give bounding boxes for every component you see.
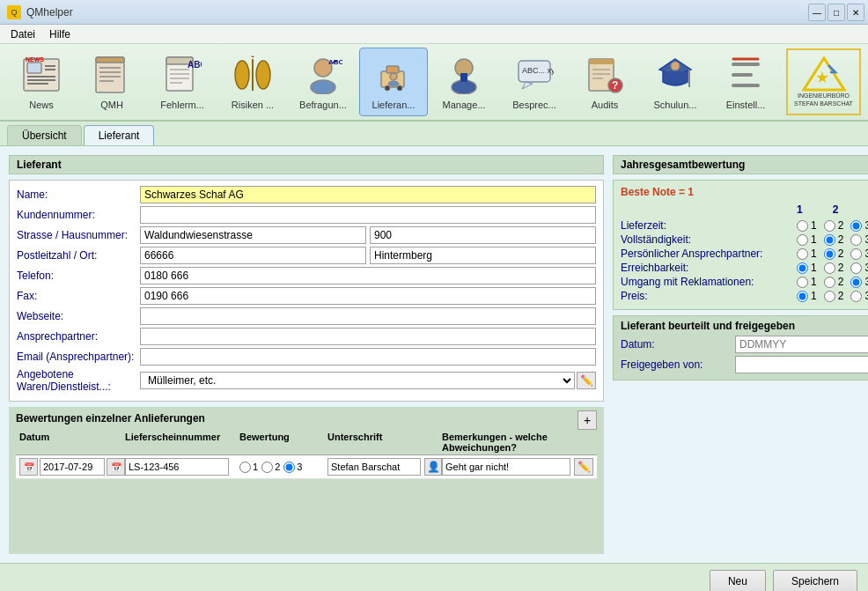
- besprechung-icon: ABC... xyz...: [513, 54, 555, 96]
- close-button[interactable]: ✕: [847, 4, 864, 21]
- freig-von-input[interactable]: [735, 356, 868, 373]
- toolbar-lieferant-label: Lieferan...: [372, 100, 416, 110]
- ansprechpartner-rating-label: Persönlicher Ansprechpartner:: [621, 247, 797, 260]
- datum-input[interactable]: [40, 458, 105, 476]
- col-unt-header: Unterschrift: [327, 432, 442, 453]
- toolbar-besprechung[interactable]: ABC... xyz... Besprec...: [500, 48, 569, 116]
- bew-radio-1[interactable]: [239, 462, 251, 473]
- vollstandigkeit-r3[interactable]: 3: [850, 233, 868, 246]
- bew-radio-3[interactable]: [283, 462, 295, 473]
- preis-r2[interactable]: 2: [824, 290, 844, 302]
- toolbar-schulung-label: Schulun...: [654, 100, 697, 110]
- toolbar-audits-label: Audits: [592, 100, 619, 110]
- plz-input[interactable]: [140, 247, 366, 264]
- menu-datei[interactable]: Datei: [4, 26, 42, 42]
- company-logo: ★ INGENIEURBÜROSTEFAN BARSCHAT: [786, 48, 861, 115]
- bew-radio-2[interactable]: [261, 462, 273, 473]
- waren-edit-btn[interactable]: ✏️: [577, 372, 596, 389]
- ansprechpartner-r1[interactable]: 1: [797, 247, 817, 260]
- erreichbarkeit-r2[interactable]: 2: [824, 262, 844, 274]
- toolbar-manager[interactable]: Manage...: [430, 48, 498, 116]
- neu-button[interactable]: Neu: [710, 570, 766, 592]
- strasse-group: Strasse / Hausnummer:: [17, 226, 596, 244]
- bemerkungen-input[interactable]: [442, 458, 570, 476]
- preis-radios: 1 2 3: [797, 290, 868, 302]
- telefon-input[interactable]: [140, 267, 596, 284]
- telefon-label: Telefon:: [17, 270, 140, 282]
- email-input[interactable]: [140, 348, 596, 366]
- toolbar-schulung[interactable]: Schulun...: [641, 48, 710, 116]
- waren-select[interactable]: Mülleimer, etc.: [140, 372, 575, 389]
- hausnummer-input[interactable]: [370, 226, 596, 244]
- toolbar-audits[interactable]: ? Audits: [570, 48, 639, 116]
- ansprechpartner-radios: 1 2 3: [797, 247, 868, 260]
- lieferant-form: Name: Kundennummer: Strasse / Hausnummer…: [9, 180, 604, 402]
- name-input[interactable]: [140, 186, 596, 203]
- reklamationen-r3[interactable]: 3: [850, 276, 868, 288]
- toolbar-manager-label: Manage...: [443, 100, 486, 110]
- lieferzeit-r3[interactable]: 3: [850, 219, 868, 232]
- lieferzeit-r1[interactable]: 1: [797, 219, 817, 232]
- kundennummer-input[interactable]: [140, 206, 596, 224]
- vollstandigkeit-r1[interactable]: 1: [797, 233, 817, 246]
- reklamationen-r2[interactable]: 2: [824, 276, 844, 288]
- minimize-button[interactable]: —: [808, 4, 826, 21]
- svg-rect-43: [589, 59, 614, 64]
- reklamationen-r1[interactable]: 1: [797, 276, 817, 288]
- add-bewertung-btn[interactable]: +: [577, 410, 597, 430]
- preis-r1[interactable]: 1: [797, 290, 817, 302]
- bemerkungen-edit-btn[interactable]: ✏️: [574, 458, 593, 476]
- app-icon: Q: [7, 5, 21, 19]
- toolbar-qmh[interactable]: QMH: [77, 48, 146, 116]
- erreichbarkeit-r1[interactable]: 1: [797, 262, 817, 274]
- preis-r3[interactable]: 3: [850, 290, 868, 302]
- ort-input[interactable]: [370, 247, 596, 264]
- ansprechpartner-input[interactable]: [140, 328, 596, 345]
- freig-datum-input[interactable]: [735, 336, 868, 353]
- speichern-button[interactable]: Speichern: [773, 570, 857, 592]
- toolbar-einstellungen[interactable]: Einstell...: [711, 48, 780, 116]
- col-datum-header: Datum: [19, 432, 125, 453]
- unterschrift-btn[interactable]: 👤: [424, 458, 442, 476]
- col-ls-header: Lieferscheinnummer: [125, 432, 239, 453]
- bew-radio-2-label[interactable]: 2: [261, 462, 280, 473]
- rating-erreichbarkeit: Erreichbarkeit: 1 2 3: [621, 262, 868, 274]
- fax-input[interactable]: [140, 287, 596, 305]
- toolbar-lieferant[interactable]: Lieferan...: [359, 48, 428, 116]
- jahres-section-header: Jahresgesamtbewertung: [613, 155, 868, 174]
- bewertungen-table-header: Datum Lieferscheinnummer Bewertung Unter…: [16, 430, 597, 455]
- bew-radio-1-label[interactable]: 1: [239, 462, 258, 473]
- tab-lieferant[interactable]: Lieferant: [84, 125, 155, 145]
- strasse-input[interactable]: [140, 226, 366, 244]
- toolbar-fehlerm-label: Fehlerm...: [160, 100, 204, 110]
- datum-cal-right-btn[interactable]: 📅: [107, 458, 125, 476]
- svg-rect-9: [96, 57, 124, 63]
- bewertungen-row: 📅 📅 1 2 3: [16, 455, 597, 479]
- freig-von-label: Freigegeben von:: [621, 358, 735, 371]
- freig-datum-label: Datum:: [621, 338, 735, 351]
- webseite-input[interactable]: [140, 307, 596, 325]
- strasse-label: Strasse / Hausnummer:: [17, 229, 140, 241]
- vollstandigkeit-r2[interactable]: 2: [824, 233, 844, 246]
- toolbar-fehlerm[interactable]: ABC Fehlerm...: [148, 48, 217, 116]
- bew-radio-3-label[interactable]: 3: [283, 462, 302, 473]
- toolbar-risiken[interactable]: Risiken ...: [218, 48, 287, 116]
- lieferzeit-r2[interactable]: 2: [824, 219, 844, 232]
- menu-hilfe[interactable]: Hilfe: [42, 26, 77, 42]
- radio-col-1: 1: [797, 203, 803, 216]
- unterschrift-input[interactable]: [327, 458, 421, 476]
- maximize-button[interactable]: □: [828, 4, 845, 21]
- rating-vollstandigkeit: Vollständigkeit: 1 2 3: [621, 233, 868, 246]
- window-controls[interactable]: — □ ✕: [808, 4, 864, 21]
- name-label: Name:: [17, 188, 140, 201]
- datum-cal-left-btn[interactable]: 📅: [19, 458, 38, 476]
- ansprechpartner-r3[interactable]: 3: [850, 247, 868, 260]
- erreichbarkeit-r3[interactable]: 3: [850, 262, 868, 274]
- lieferschein-input[interactable]: [125, 458, 229, 476]
- toolbar-befragung[interactable]: ABC Befragun...: [289, 48, 357, 116]
- ansprechpartner-label: Ansprechpartner:: [17, 330, 140, 343]
- bewertung-cell: 1 2 3: [239, 462, 327, 473]
- tab-ubersicht[interactable]: Übersicht: [7, 125, 82, 145]
- toolbar-news[interactable]: NEWS News: [7, 48, 76, 116]
- ansprechpartner-r2[interactable]: 2: [824, 247, 844, 260]
